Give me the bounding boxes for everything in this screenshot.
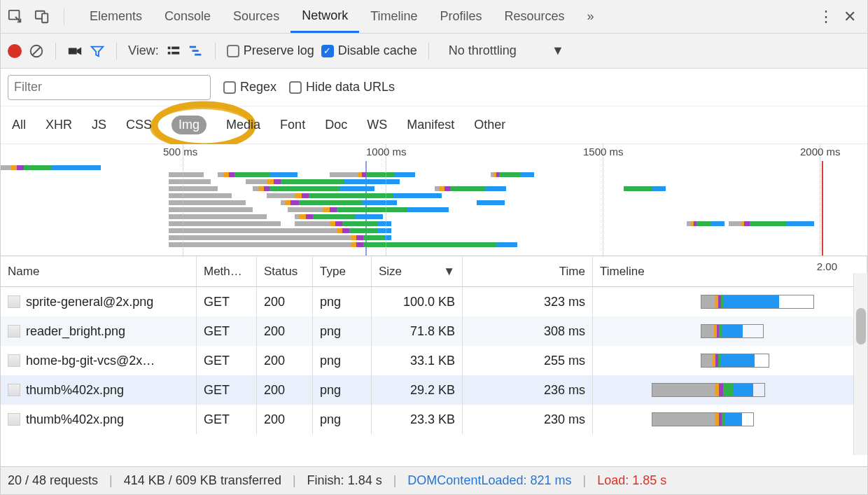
col-size[interactable]: Size▼: [372, 256, 463, 286]
scrollbar-thumb[interactable]: [856, 308, 866, 344]
col-status[interactable]: Status: [257, 256, 313, 286]
table-row[interactable]: home-bg-git-vcs@2x…GET200png33.1 KB255 m…: [1, 346, 867, 375]
table-header[interactable]: Name Meth… Status Type Size▼ Time Timeli…: [1, 256, 867, 287]
overview-request-bar: [295, 214, 383, 219]
timeline-bar: [652, 412, 754, 426]
type-filter-other[interactable]: Other: [474, 118, 505, 132]
type-filter-all[interactable]: All: [12, 118, 26, 132]
type-filter-media[interactable]: Media: [226, 118, 260, 132]
devtools-tabstrip: ElementsConsoleSourcesNetworkTimelinePro…: [1, 0, 867, 34]
view-label: View:: [128, 43, 159, 58]
tab-elements[interactable]: Elements: [78, 0, 153, 33]
overview-request-bar: [295, 235, 391, 240]
overview-request-bar: [624, 186, 666, 191]
overview-request-bar: [435, 186, 506, 191]
scrollbar-track[interactable]: [853, 273, 867, 455]
col-type[interactable]: Type: [313, 256, 372, 286]
overview-request-bar: [477, 200, 505, 205]
overview-request-bar: [169, 242, 323, 247]
svg-rect-8: [172, 51, 179, 54]
overview-request-bar: [169, 235, 309, 240]
col-method[interactable]: Meth…: [197, 256, 257, 286]
overview-request-bar: [246, 179, 400, 184]
regex-label: Regex: [240, 80, 276, 95]
close-icon[interactable]: ✕: [844, 8, 856, 26]
status-transferred: 414 KB / 609 KB transferred: [124, 473, 281, 488]
hide-data-urls-checkbox[interactable]: Hide data URLs: [289, 80, 395, 95]
tab-sources[interactable]: Sources: [222, 0, 290, 33]
status-requests: 20 / 48 requests: [8, 473, 98, 488]
type-filter-js[interactable]: JS: [92, 118, 106, 132]
type-filter-doc[interactable]: Doc: [325, 118, 347, 132]
clear-icon[interactable]: [29, 43, 44, 59]
timeline-tick: 2.00: [817, 260, 837, 272]
overview-request-bar: [288, 207, 449, 212]
record-button[interactable]: [8, 44, 22, 58]
file-image-icon: [8, 384, 20, 396]
overview-request-bar: [169, 186, 218, 191]
timeline-bar: [701, 295, 814, 309]
devtools: ElementsConsoleSourcesNetworkTimelinePro…: [0, 0, 868, 495]
type-filter-css[interactable]: CSS: [126, 118, 152, 132]
svg-rect-4: [69, 48, 77, 54]
tab-resources[interactable]: Resources: [493, 0, 576, 33]
throttling-label: No throttling: [449, 43, 517, 58]
col-time[interactable]: Time: [463, 256, 593, 286]
type-filter-font[interactable]: Font: [280, 118, 305, 132]
file-image-icon: [8, 325, 20, 337]
throttling-select[interactable]: No throttling ▼: [440, 43, 573, 58]
tabs-overflow-icon[interactable]: »: [576, 0, 606, 33]
tab-profiles[interactable]: Profiles: [429, 0, 493, 33]
type-filter-img[interactable]: Img: [172, 116, 206, 134]
overview-request-bar: [169, 193, 232, 198]
regex-checkbox[interactable]: Regex: [223, 80, 276, 95]
type-filter-xhr[interactable]: XHR: [46, 118, 72, 132]
overview-request-bar: [729, 221, 814, 226]
table-row[interactable]: reader_bright.pngGET200png71.8 KB308 ms: [1, 316, 867, 346]
overview-request-bar: [253, 186, 374, 191]
inspect-element-icon[interactable]: [8, 9, 23, 25]
view-waterfall-icon[interactable]: [188, 43, 204, 59]
svg-rect-5: [167, 46, 170, 49]
overview-request-bar: [281, 200, 397, 205]
table-row[interactable]: sprite-general@2x.pngGET200png100.0 KB32…: [1, 287, 867, 316]
tab-console[interactable]: Console: [153, 0, 222, 33]
status-dcl: DOMContentLoaded: 821 ms: [407, 473, 571, 488]
filter-funnel-icon[interactable]: [90, 43, 105, 59]
type-filter-bar: AllXHRJSCSSImgMediaFontDocWSManifestOthe…: [1, 106, 867, 144]
overview-request-bar: [169, 221, 281, 226]
camera-icon[interactable]: [67, 43, 83, 59]
view-list-icon[interactable]: [166, 43, 181, 59]
overview-chart[interactable]: 500 ms1000 ms1500 ms2000 ms: [1, 144, 867, 256]
timeline-bar: [701, 324, 764, 338]
disable-cache-label: Disable cache: [338, 43, 417, 58]
overview-request-bar: [218, 172, 298, 177]
preserve-log-checkbox[interactable]: Preserve log: [227, 43, 314, 58]
overview-request-bar: [169, 207, 253, 212]
sort-desc-icon: ▼: [443, 265, 455, 279]
filter-input[interactable]: [8, 75, 211, 100]
request-table: Name Meth… Status Type Size▼ Time Timeli…: [1, 256, 867, 466]
file-image-icon: [8, 354, 20, 367]
disable-cache-checkbox[interactable]: ✓Disable cache: [321, 43, 417, 58]
col-name[interactable]: Name: [1, 256, 197, 286]
table-row[interactable]: thumb%402x.pngGET200png29.2 KB236 ms: [1, 375, 867, 405]
type-filter-ws[interactable]: WS: [367, 118, 387, 132]
status-load: Load: 1.85 s: [597, 473, 666, 488]
svg-rect-2: [42, 13, 48, 22]
network-toolbar: View: Preserve log ✓Disable cache No thr…: [1, 34, 867, 69]
device-toggle-icon[interactable]: [34, 9, 50, 25]
table-row[interactable]: thumb%402x.pngGET200png23.3 KB230 ms: [1, 405, 867, 434]
tab-timeline[interactable]: Timeline: [359, 0, 428, 33]
col-timeline[interactable]: Timeline 2.00: [593, 256, 867, 286]
menu-kebab-icon[interactable]: ⋮: [818, 8, 834, 26]
type-filter-manifest[interactable]: Manifest: [407, 118, 454, 132]
overview-request-bar: [295, 221, 391, 226]
tabs-container: ElementsConsoleSourcesNetworkTimelinePro…: [78, 0, 576, 33]
load-marker: [822, 161, 823, 256]
overview-request-bar: [169, 179, 211, 184]
overview-request-bar: [169, 228, 295, 233]
overview-request-bar: [330, 172, 415, 177]
tab-network[interactable]: Network: [290, 0, 359, 33]
file-image-icon: [8, 295, 20, 308]
